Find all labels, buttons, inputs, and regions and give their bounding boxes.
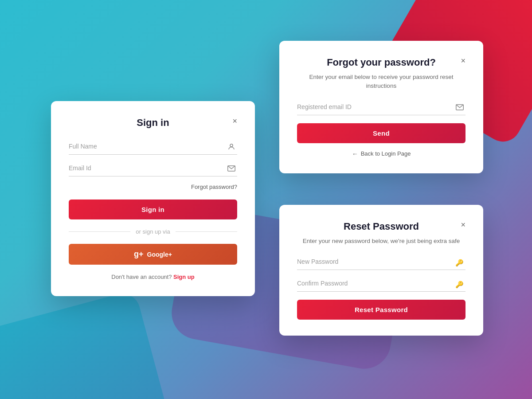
confirm-password-input[interactable] [297, 278, 466, 289]
svg-point-0 [230, 144, 233, 147]
user-icon [227, 143, 235, 153]
reset-password-card: Reset Password × Enter your new password… [279, 205, 483, 336]
forgot-password-card: Forgot your password? × Enter your email… [279, 41, 483, 173]
new-password-input[interactable] [297, 256, 466, 267]
reset-title: Reset Password [297, 221, 466, 232]
google-icon: g+ [134, 250, 144, 259]
forgot-close-button[interactable]: × [461, 57, 466, 65]
google-signin-button[interactable]: g+ Google+ [69, 244, 237, 265]
signup-row: Don't have an account? Sign up [69, 274, 237, 280]
signup-link[interactable]: Sign up [173, 274, 195, 280]
forgot-header: Forgot your password? × [297, 57, 466, 68]
new-password-field-group: 🔑 [297, 256, 466, 270]
bg-shape-blue [0, 289, 169, 399]
reset-password-button[interactable]: Reset Password [297, 300, 466, 320]
send-button[interactable]: Send [297, 123, 466, 143]
email-field-group [69, 163, 237, 176]
key-icon-new: 🔑 [455, 259, 464, 267]
back-to-login-row[interactable]: ← Back to Login Page [297, 150, 466, 157]
google-button-label: Google+ [147, 251, 172, 258]
signin-close-button[interactable]: × [232, 117, 237, 125]
registered-email-input[interactable] [297, 102, 466, 112]
divider: or sign up via [69, 228, 237, 235]
fullname-input[interactable] [69, 141, 237, 152]
forgot-title: Forgot your password? [297, 57, 466, 68]
fullname-field-group [69, 141, 237, 155]
reset-subtitle: Enter your new password below, we're jus… [297, 237, 466, 246]
signin-card: Sign in × Forgot password? [51, 101, 255, 296]
registered-email-field-group [297, 102, 466, 115]
reset-header: Reset Password × [297, 221, 466, 232]
email-icon-forgot [456, 104, 464, 112]
reset-close-button[interactable]: × [461, 221, 466, 229]
forgot-subtitle: Enter your email below to receive your p… [297, 73, 466, 91]
email-input[interactable] [69, 163, 237, 173]
forgot-password-link[interactable]: Forgot password? [191, 184, 237, 190]
key-icon-confirm: 🔑 [455, 281, 464, 289]
email-icon [227, 165, 235, 173]
forgot-password-row: Forgot password? [69, 183, 237, 191]
signin-title: Sign in [69, 117, 237, 129]
no-account-label: Don't have an account? [111, 274, 172, 280]
back-to-login-label: Back to Login Page [361, 150, 411, 157]
confirm-password-field-group: 🔑 [297, 278, 466, 292]
signin-header: Sign in × [69, 117, 237, 129]
signin-button[interactable]: Sign in [69, 200, 237, 219]
back-arrow-icon: ← [352, 150, 358, 157]
